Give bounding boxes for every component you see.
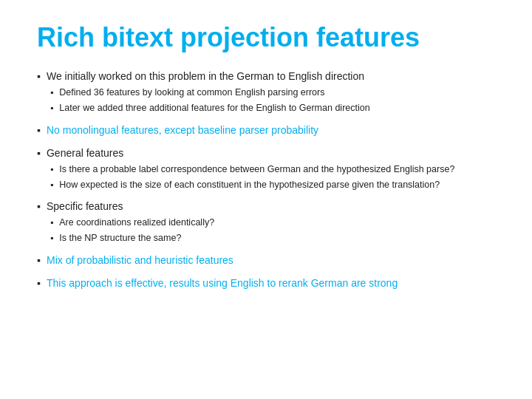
sub-bullets-3: ▪ Is there a probable label corresponden… — [37, 163, 495, 192]
bullet-6-marker: ▪ — [37, 277, 41, 289]
bullet-1-sub-1-marker: ▪ — [50, 87, 53, 98]
bullet-4-sub-1-marker: ▪ — [50, 217, 53, 228]
bullet-1-sub-1: ▪ Defined 36 features by looking at comm… — [37, 86, 495, 100]
slide-title: Rich bitext projection features — [37, 22, 495, 52]
sub-bullets-1: ▪ Defined 36 features by looking at comm… — [37, 86, 495, 115]
bullet-2: ▪ No monolingual features, except baseli… — [37, 123, 495, 138]
bullet-group-2: ▪ No monolingual features, except baseli… — [37, 123, 495, 140]
bullet-3-sub-2-text: How expected is the size of each constit… — [59, 178, 440, 192]
bullet-4-sub-1-text: Are coordinations realized identically? — [59, 216, 214, 230]
bullet-group-6: ▪ This approach is effective, results us… — [37, 276, 495, 293]
bullet-4-sub-2-marker: ▪ — [50, 233, 53, 243]
bullet-4: ▪ Specific features — [37, 199, 495, 214]
bullet-1-sub-2: ▪ Later we added three additional featur… — [37, 101, 495, 115]
bullet-3-marker: ▪ — [37, 147, 41, 159]
bullet-1-text: We initially worked on this problem in t… — [47, 69, 364, 84]
bullet-5-marker: ▪ — [37, 254, 41, 266]
bullet-3-sub-1-marker: ▪ — [50, 164, 53, 174]
bullet-4-sub-2-text: Is the NP structure the same? — [59, 231, 181, 245]
bullet-group-5: ▪ Mix of probabilistic and heuristic fea… — [37, 253, 495, 270]
bullet-4-sub-1: ▪ Are coordinations realized identically… — [37, 216, 495, 230]
bullet-4-sub-2: ▪ Is the NP structure the same? — [37, 231, 495, 245]
bullet-group-1: ▪ We initially worked on this problem in… — [37, 69, 495, 117]
bullet-4-marker: ▪ — [37, 200, 41, 212]
bullet-2-text: No monolingual features, except baseline… — [47, 123, 318, 138]
bullet-6: ▪ This approach is effective, results us… — [37, 276, 495, 291]
bullet-1: ▪ We initially worked on this problem in… — [37, 69, 495, 84]
bullet-3-sub-1: ▪ Is there a probable label corresponden… — [37, 163, 495, 177]
bullet-1-sub-2-marker: ▪ — [50, 103, 53, 113]
bullet-2-marker: ▪ — [37, 124, 41, 136]
bullet-3-sub-2-marker: ▪ — [50, 180, 53, 190]
bullet-3-text: General features — [47, 146, 123, 161]
bullet-3-sub-2: ▪ How expected is the size of each const… — [37, 178, 495, 192]
slide-container: Rich bitext projection features ▪ We ini… — [0, 0, 532, 399]
sub-bullets-4: ▪ Are coordinations realized identically… — [37, 216, 495, 245]
bullet-group-4: ▪ Specific features ▪ Are coordinations … — [37, 199, 495, 247]
bullet-5: ▪ Mix of probabilistic and heuristic fea… — [37, 253, 495, 268]
content-area: ▪ We initially worked on this problem in… — [37, 69, 495, 296]
bullet-6-text: This approach is effective, results usin… — [47, 276, 398, 291]
bullet-1-sub-2-text: Later we added three additional features… — [59, 101, 369, 115]
bullet-4-text: Specific features — [47, 199, 123, 214]
bullet-1-marker: ▪ — [37, 70, 41, 82]
bullet-5-text: Mix of probabilistic and heuristic featu… — [47, 253, 233, 268]
bullet-3: ▪ General features — [37, 146, 495, 161]
bullet-3-sub-1-text: Is there a probable label correspondence… — [59, 163, 454, 177]
bullet-group-3: ▪ General features ▪ Is there a probable… — [37, 146, 495, 194]
bullet-1-sub-1-text: Defined 36 features by looking at common… — [59, 86, 324, 100]
